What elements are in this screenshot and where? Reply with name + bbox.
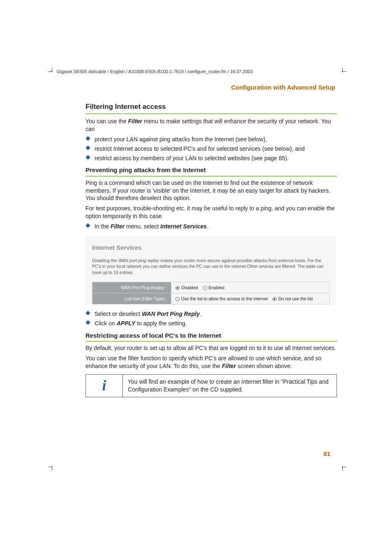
emphasized-term: WAN port ping repley [118, 258, 159, 263]
section-header: Configuration with Advanced Setup [57, 84, 337, 91]
list-item: Select or deselect WAN Port Ping Reply. [85, 310, 337, 318]
radio-label: Use the list to allow the access to the … [181, 296, 268, 301]
bullet-icon [85, 136, 90, 140]
list-item: restrict Internet access to selected PC'… [85, 145, 337, 153]
heading-filtering-internet-access: Filtering Internet access [85, 102, 337, 114]
bold-term: APPLY [117, 320, 136, 327]
intro-paragraph: You can use the Filter menu to make sett… [85, 117, 337, 133]
heading-restricting-access: Restricting access of local PC's to the … [85, 332, 337, 342]
bullet-icon [85, 311, 90, 315]
text: restrict Internet access to selected PC'… [95, 145, 305, 152]
text: to apply the setting. [135, 320, 187, 327]
text: restrict access by members of your LAN t… [95, 155, 288, 161]
heading-preventing-ping: Preventing ping attacks from the Interne… [85, 166, 337, 176]
text: . [207, 223, 208, 230]
text: In the [95, 223, 111, 230]
radio-unselected-icon[interactable] [203, 286, 207, 290]
radio-label: Enabled [209, 285, 225, 290]
screenshot-title: Internet Services [92, 244, 330, 252]
paragraph: For test purposes, trouble-shooting etc.… [85, 205, 337, 220]
paragraph: By default, your router is set up to all… [85, 344, 337, 352]
radio-label: Do not use the list [278, 296, 313, 301]
bullet-icon [85, 155, 90, 159]
bullet-icon [85, 320, 90, 325]
paragraph: You can use the filter function to speci… [85, 355, 337, 370]
radio-label: Disabled [181, 285, 198, 290]
filter-term: Filter [128, 118, 142, 124]
list-item: In the Filter menu, select Internet Serv… [85, 223, 337, 230]
text: . [200, 311, 201, 317]
intro-bullets: protect your LAN against ping attacks fr… [85, 136, 337, 162]
paragraph: Ping is a command which can be used on t… [85, 179, 337, 203]
step-bullets: In the Filter menu, select Internet Serv… [85, 223, 337, 230]
info-note-box: i You will find an example of how to cre… [85, 374, 337, 397]
document-path: Gigaset SE505 dsl/cable / English / A310… [57, 69, 337, 74]
info-note-text: You will find an example of how to creat… [123, 375, 337, 397]
radio-selected-icon[interactable] [272, 297, 277, 301]
internet-services-term: Internet Services [160, 223, 207, 230]
table-row: List Use (Filter Type) : Use the list to… [92, 293, 330, 304]
bullet-icon [85, 223, 90, 228]
list-item: restrict access by members of your LAN t… [85, 154, 337, 162]
text: You can use the [85, 118, 128, 124]
page-number: 81 [323, 450, 330, 457]
list-item: protect your LAN against ping attacks fr… [85, 136, 337, 143]
action-bullets: Select or deselect WAN Port Ping Reply. … [85, 310, 337, 327]
row-label: List Use (Filter Type) : [92, 293, 171, 304]
text: Select or deselect [95, 311, 142, 317]
text: Disabling the [92, 258, 118, 263]
text: protect your LAN against ping attacks fr… [95, 136, 267, 143]
text: menu, select [125, 223, 160, 230]
filter-term: Filter [111, 223, 125, 230]
list-item: Click on APPLY to apply the setting. [85, 320, 337, 327]
radio-selected-icon[interactable] [175, 286, 180, 290]
bullet-icon [85, 145, 90, 150]
row-value: Disabled Enabled [171, 282, 330, 293]
bold-term: WAN Port Ping Reply [142, 311, 200, 317]
info-icon: i [86, 375, 123, 397]
row-value: Use the list to allow the access to the … [171, 293, 330, 304]
internet-services-screenshot: Internet Services Disabling the WAN port… [85, 236, 336, 304]
radio-unselected-icon[interactable] [175, 297, 180, 301]
row-label: WAN Port Ping Replay : [92, 282, 171, 293]
text: Click on [95, 320, 117, 327]
table-row: WAN Port Ping Replay : Disabled Enabled [92, 282, 330, 293]
text: screen shown above. [236, 363, 292, 369]
screenshot-description: Disabling the WAN port ping repley makes… [92, 258, 330, 275]
settings-table: WAN Port Ping Replay : Disabled Enabled … [92, 282, 330, 304]
filter-term: Filter [222, 363, 236, 369]
